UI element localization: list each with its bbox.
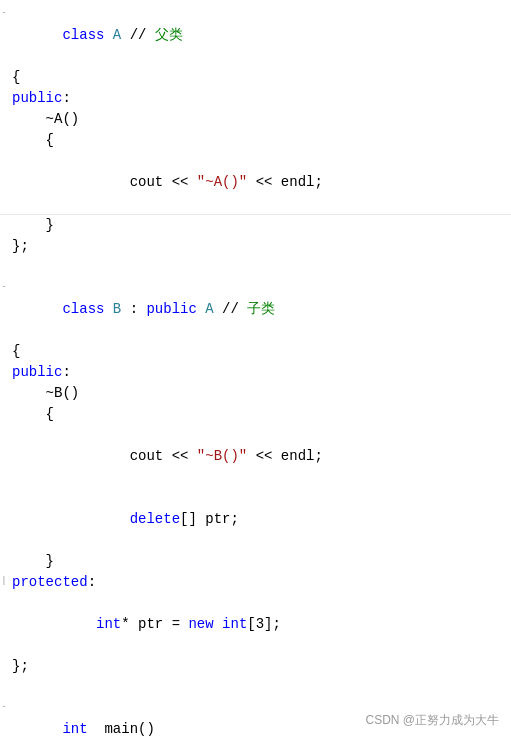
code-line-21	[0, 677, 511, 698]
code-line-15: cout << "~B()" << endl;	[0, 425, 511, 488]
fold-btn-1[interactable]: -	[0, 6, 8, 22]
fold-btn-10[interactable]: -	[0, 280, 8, 296]
code-line-11: {	[0, 341, 511, 362]
fold-btn-22[interactable]: -	[0, 700, 8, 716]
code-line-14: {	[0, 404, 511, 425]
code-line-12: public:	[0, 362, 511, 383]
code-line-8: };	[0, 236, 511, 257]
code-line-3: public:	[0, 88, 511, 109]
code-line-20: };	[0, 656, 511, 677]
code-line-4: ~A()	[0, 109, 511, 130]
code-line-18: | protected:	[0, 572, 511, 593]
watermark: CSDN @正努力成为大牛	[365, 711, 499, 729]
code-line-17: }	[0, 551, 511, 572]
code-line-10: - class B : public A // 子类	[0, 278, 511, 341]
code-line-9	[0, 257, 511, 278]
code-line-13: ~B()	[0, 383, 511, 404]
code-editor: - class A // 父类 { public: ~A() { cout <<…	[0, 0, 511, 737]
code-line-1: - class A // 父类	[0, 4, 511, 67]
code-line-6: cout << "~A()" << endl;	[0, 151, 511, 215]
code-line-5: {	[0, 130, 511, 151]
code-line-19: int* ptr = new int[3];	[0, 593, 511, 656]
keyword-class: class	[62, 27, 112, 43]
code-line-16: delete[] ptr;	[0, 488, 511, 551]
code-line-2: {	[0, 67, 511, 88]
code-line-7: }	[0, 215, 511, 236]
fold-btn-18[interactable]: |	[0, 574, 8, 590]
